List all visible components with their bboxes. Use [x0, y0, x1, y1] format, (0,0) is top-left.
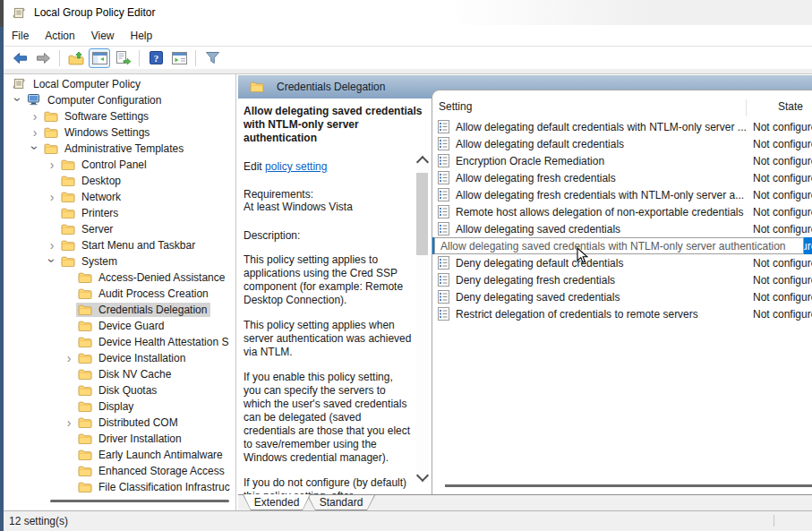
tree-item[interactable]: File Classification Infrastruc [4, 479, 235, 495]
column-header-setting[interactable]: Setting [439, 100, 472, 113]
policy-setting-row[interactable]: Allow delegating fresh credentials with … [432, 186, 812, 203]
menu-item[interactable]: Help [123, 27, 161, 45]
toolbar-separator: ? [192, 48, 200, 68]
policy-setting-row[interactable]: Allow delegating default credentials wit… [432, 118, 812, 135]
tree-item[interactable]: System [4, 253, 235, 270]
policy-setting-row[interactable]: Remote host allows delegation of non-exp… [432, 203, 812, 220]
filter-icon[interactable]: ? [201, 48, 223, 68]
chevron-icon[interactable] [45, 158, 59, 171]
forward-icon[interactable]: ? [32, 48, 54, 68]
tree-item[interactable]: Device Health Attestation S [4, 334, 235, 350]
description-scrollbar[interactable] [415, 154, 429, 484]
policy-tree: Local Computer Policy Computer Configura… [4, 74, 235, 495]
setting-state: Not configured [746, 274, 812, 287]
tree-item[interactable]: Access-Denied Assistance [4, 270, 235, 286]
tree-item-icon [61, 207, 75, 219]
tree-item-icon [78, 416, 92, 429]
help-icon[interactable]: ? [145, 48, 167, 68]
tree-item-icon [13, 78, 27, 90]
column-divider[interactable] [746, 99, 747, 116]
show-console-tree-icon[interactable]: ? [89, 48, 110, 68]
tree-item[interactable]: Early Launch Antimalware [4, 447, 235, 463]
tree-item[interactable]: Computer Configuration [4, 92, 235, 108]
chevron-icon[interactable] [62, 416, 76, 429]
tab-label: Standard [320, 496, 363, 509]
tree-item-label: Access-Denied Assistance [97, 271, 227, 284]
policy-setting-link[interactable]: policy setting [265, 160, 327, 173]
policy-setting-row[interactable]: Encryption Oracle Remediation Not config… [432, 152, 812, 169]
policy-setting-row[interactable]: Deny delegating fresh credentials Not co… [432, 271, 812, 288]
policy-setting-row[interactable]: Allow delegating saved credentials Not c… [432, 220, 812, 237]
tree-item[interactable]: Network [4, 189, 235, 205]
tree-item[interactable]: Display [4, 398, 235, 415]
policy-setting-row[interactable]: Deny delegating default credentials Not … [432, 254, 812, 271]
tree-item[interactable]: Disk Quotas [4, 382, 235, 398]
window-title: Local Group Policy Editor [34, 6, 155, 19]
chevron-icon[interactable] [11, 94, 25, 107]
tree-item-label: Server [80, 223, 115, 236]
chevron-icon[interactable] [45, 255, 59, 268]
policy-setting-row[interactable]: Allow delegating default credentials Not… [432, 135, 812, 152]
tree-item[interactable]: Distributed COM [4, 415, 235, 431]
view-tab[interactable]: Extended [243, 494, 311, 510]
show-action-pane-icon[interactable]: ? [168, 48, 190, 68]
scrollbar-thumb[interactable] [50, 500, 229, 502]
tree-item[interactable]: Windows Settings [4, 124, 235, 141]
chevron-icon[interactable] [28, 142, 42, 155]
tree-item-icon [27, 94, 41, 107]
tree-item[interactable]: Driver Installation [4, 431, 235, 447]
tree-item[interactable]: Local Computer Policy [4, 76, 235, 92]
tree-item[interactable]: Printers [4, 205, 235, 221]
scroll-up-icon[interactable] [416, 156, 429, 168]
tree-item[interactable]: Desktop [4, 173, 235, 189]
tree-item[interactable]: Start Menu and Taskbar [4, 237, 235, 253]
menu-item[interactable]: File [4, 27, 37, 45]
chevron-icon[interactable] [45, 239, 59, 252]
tree-item[interactable]: Credentials Delegation [4, 302, 235, 318]
tree-item-label: Desktop [80, 175, 123, 187]
tree-item-icon [61, 239, 75, 252]
up-one-level-icon[interactable]: ? [65, 48, 87, 68]
tree-item-label: Printers [80, 207, 120, 219]
tree-item[interactable]: Device Guard [4, 318, 235, 334]
tree-item[interactable]: Audit Process Creation [4, 286, 235, 302]
scrollbar-thumb[interactable] [445, 484, 812, 487]
policy-document-icon [438, 188, 449, 201]
tree-item-icon [78, 304, 92, 316]
tree-item[interactable]: Software Settings [4, 108, 235, 124]
view-tab[interactable]: Standard [307, 495, 375, 510]
selected-policy-title: Allow delegating saved credentials with … [244, 105, 423, 145]
list-horizontal-scrollbar[interactable] [445, 484, 812, 487]
chevron-icon[interactable] [45, 191, 59, 203]
scroll-down-icon[interactable] [416, 469, 429, 482]
policy-setting-row[interactable]: Deny delegating saved credentials Not co… [432, 288, 812, 305]
policy-setting-row[interactable]: Restrict delegation of credentials to re… [432, 305, 812, 322]
tree-item-label: Computer Configuration [46, 94, 163, 107]
chevron-icon[interactable] [28, 126, 42, 139]
tree-horizontal-scrollbar[interactable] [5, 497, 229, 506]
edit-policy-line: Edit policy setting [244, 160, 423, 173]
tree-item[interactable]: Control Panel [4, 157, 235, 173]
folder-icon [250, 81, 264, 93]
tree-item[interactable]: Disk NV Cache [4, 366, 235, 382]
menu-item[interactable]: View [83, 27, 123, 45]
tree-item[interactable]: Enhanced Storage Access [4, 463, 235, 479]
tree-item[interactable]: Server [4, 221, 235, 237]
tree-item-label: Display [97, 400, 135, 413]
local-group-policy-editor-window: Local Group Policy Editor File Action Vi… [0, 0, 812, 531]
export-list-icon[interactable]: ? [112, 48, 133, 68]
back-icon[interactable]: ? [9, 48, 30, 68]
menu-item[interactable]: Action [37, 27, 82, 45]
chevron-icon[interactable] [62, 352, 76, 364]
column-header-state[interactable]: State [778, 100, 803, 113]
scrollbar-thumb[interactable] [416, 173, 428, 255]
policy-setting-row[interactable]: Allow delegating fresh credentials Not c… [432, 169, 812, 186]
tree-item-icon [78, 368, 92, 381]
chevron-icon[interactable] [28, 110, 42, 123]
tree-item-label: Distributed COM [97, 416, 180, 429]
tree-item[interactable]: Administrative Templates [4, 141, 235, 157]
tree-item-icon [78, 449, 92, 461]
tree-item-icon [44, 110, 58, 123]
setting-name: Allow delegating default credentials wit… [456, 121, 746, 133]
tree-item[interactable]: Device Installation [4, 350, 235, 366]
